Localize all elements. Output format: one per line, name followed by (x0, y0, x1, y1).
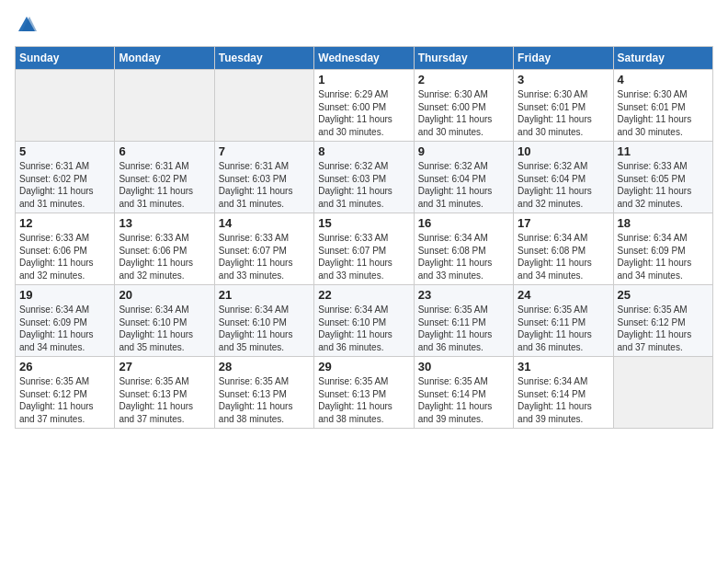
day-info: Sunrise: 6:35 AM Sunset: 6:13 PM Dayligh… (119, 375, 210, 425)
day-info: Sunrise: 6:35 AM Sunset: 6:13 PM Dayligh… (219, 375, 310, 425)
day-info: Sunrise: 6:33 AM Sunset: 6:05 PM Dayligh… (618, 160, 709, 210)
day-info: Sunrise: 6:34 AM Sunset: 6:14 PM Dayligh… (518, 375, 609, 425)
day-number: 7 (219, 144, 310, 158)
day-number: 18 (618, 216, 709, 230)
day-info: Sunrise: 6:30 AM Sunset: 6:00 PM Dayligh… (418, 88, 509, 138)
weekday-header-friday: Friday (514, 47, 613, 70)
day-number: 15 (318, 216, 409, 230)
day-number: 13 (119, 216, 210, 230)
calendar-cell: 9Sunrise: 6:32 AM Sunset: 6:04 PM Daylig… (414, 142, 513, 213)
day-number: 19 (19, 288, 110, 302)
calendar-cell: 4Sunrise: 6:30 AM Sunset: 6:01 PM Daylig… (613, 70, 712, 142)
calendar-cell: 2Sunrise: 6:30 AM Sunset: 6:00 PM Daylig… (414, 70, 513, 142)
day-number: 20 (119, 288, 210, 302)
calendar-header-row: SundayMondayTuesdayWednesdayThursdayFrid… (16, 47, 713, 70)
day-info: Sunrise: 6:34 AM Sunset: 6:10 PM Dayligh… (119, 304, 210, 353)
day-number: 2 (418, 73, 509, 86)
calendar-cell: 30Sunrise: 6:35 AM Sunset: 6:14 PM Dayli… (414, 357, 513, 429)
day-number: 1 (318, 73, 409, 86)
day-info: Sunrise: 6:32 AM Sunset: 6:03 PM Dayligh… (318, 160, 409, 210)
day-info: Sunrise: 6:30 AM Sunset: 6:01 PM Dayligh… (618, 88, 709, 138)
calendar-cell: 14Sunrise: 6:33 AM Sunset: 6:07 PM Dayli… (214, 213, 313, 285)
calendar-week-row: 12Sunrise: 6:33 AM Sunset: 6:06 PM Dayli… (16, 213, 713, 285)
calendar-cell: 21Sunrise: 6:34 AM Sunset: 6:10 PM Dayli… (214, 285, 313, 357)
day-number: 3 (518, 73, 609, 86)
day-number: 14 (219, 216, 310, 230)
calendar-cell: 15Sunrise: 6:33 AM Sunset: 6:07 PM Dayli… (314, 213, 414, 285)
calendar-week-row: 19Sunrise: 6:34 AM Sunset: 6:09 PM Dayli… (16, 285, 713, 357)
logo (15, 15, 37, 35)
day-info: Sunrise: 6:30 AM Sunset: 6:01 PM Dayligh… (518, 88, 609, 138)
weekday-header-monday: Monday (115, 47, 214, 70)
calendar-cell: 17Sunrise: 6:34 AM Sunset: 6:08 PM Dayli… (514, 213, 613, 285)
day-number: 24 (518, 288, 609, 302)
day-number: 17 (518, 216, 609, 230)
day-info: Sunrise: 6:34 AM Sunset: 6:09 PM Dayligh… (618, 232, 709, 282)
day-info: Sunrise: 6:32 AM Sunset: 6:04 PM Dayligh… (418, 160, 509, 210)
day-number: 12 (19, 216, 110, 230)
day-info: Sunrise: 6:29 AM Sunset: 6:00 PM Dayligh… (318, 88, 409, 138)
day-number: 27 (119, 360, 210, 373)
calendar-cell: 28Sunrise: 6:35 AM Sunset: 6:13 PM Dayli… (214, 357, 313, 429)
calendar-cell: 22Sunrise: 6:34 AM Sunset: 6:10 PM Dayli… (314, 285, 414, 357)
day-number: 10 (518, 144, 609, 158)
calendar-cell: 16Sunrise: 6:34 AM Sunset: 6:08 PM Dayli… (414, 213, 513, 285)
day-info: Sunrise: 6:33 AM Sunset: 6:07 PM Dayligh… (219, 232, 310, 282)
day-info: Sunrise: 6:35 AM Sunset: 6:11 PM Dayligh… (518, 304, 609, 353)
calendar-cell: 6Sunrise: 6:31 AM Sunset: 6:02 PM Daylig… (115, 142, 214, 213)
logo-icon (17, 15, 37, 35)
day-number: 11 (618, 144, 709, 158)
calendar-cell: 7Sunrise: 6:31 AM Sunset: 6:03 PM Daylig… (214, 142, 313, 213)
day-info: Sunrise: 6:33 AM Sunset: 6:07 PM Dayligh… (318, 232, 409, 282)
calendar-week-row: 1Sunrise: 6:29 AM Sunset: 6:00 PM Daylig… (16, 70, 713, 142)
day-info: Sunrise: 6:34 AM Sunset: 6:10 PM Dayligh… (318, 304, 409, 353)
calendar-cell: 25Sunrise: 6:35 AM Sunset: 6:12 PM Dayli… (613, 285, 712, 357)
calendar-cell: 26Sunrise: 6:35 AM Sunset: 6:12 PM Dayli… (16, 357, 115, 429)
day-number: 31 (518, 360, 609, 373)
day-info: Sunrise: 6:34 AM Sunset: 6:08 PM Dayligh… (418, 232, 509, 282)
day-number: 16 (418, 216, 509, 230)
day-info: Sunrise: 6:34 AM Sunset: 6:08 PM Dayligh… (518, 232, 609, 282)
day-number: 26 (19, 360, 110, 373)
day-info: Sunrise: 6:32 AM Sunset: 6:04 PM Dayligh… (518, 160, 609, 210)
weekday-header-thursday: Thursday (414, 47, 513, 70)
calendar-cell (214, 70, 313, 142)
day-info: Sunrise: 6:33 AM Sunset: 6:06 PM Dayligh… (19, 232, 110, 282)
calendar-cell: 3Sunrise: 6:30 AM Sunset: 6:01 PM Daylig… (514, 70, 613, 142)
day-info: Sunrise: 6:35 AM Sunset: 6:12 PM Dayligh… (618, 304, 709, 353)
weekday-header-tuesday: Tuesday (214, 47, 313, 70)
weekday-header-wednesday: Wednesday (314, 47, 414, 70)
calendar-week-row: 26Sunrise: 6:35 AM Sunset: 6:12 PM Dayli… (16, 357, 713, 429)
day-number: 22 (318, 288, 409, 302)
day-info: Sunrise: 6:35 AM Sunset: 6:12 PM Dayligh… (19, 375, 110, 425)
calendar-cell: 1Sunrise: 6:29 AM Sunset: 6:00 PM Daylig… (314, 70, 414, 142)
calendar-cell: 23Sunrise: 6:35 AM Sunset: 6:11 PM Dayli… (414, 285, 513, 357)
day-info: Sunrise: 6:33 AM Sunset: 6:06 PM Dayligh… (119, 232, 210, 282)
day-info: Sunrise: 6:31 AM Sunset: 6:02 PM Dayligh… (19, 160, 110, 210)
day-info: Sunrise: 6:34 AM Sunset: 6:09 PM Dayligh… (19, 304, 110, 353)
calendar-cell: 8Sunrise: 6:32 AM Sunset: 6:03 PM Daylig… (314, 142, 414, 213)
calendar-cell: 19Sunrise: 6:34 AM Sunset: 6:09 PM Dayli… (16, 285, 115, 357)
day-number: 5 (19, 144, 110, 158)
calendar-cell: 29Sunrise: 6:35 AM Sunset: 6:13 PM Dayli… (314, 357, 414, 429)
day-number: 29 (318, 360, 409, 373)
weekday-header-saturday: Saturday (613, 47, 712, 70)
day-info: Sunrise: 6:35 AM Sunset: 6:11 PM Dayligh… (418, 304, 509, 353)
calendar-cell: 12Sunrise: 6:33 AM Sunset: 6:06 PM Dayli… (16, 213, 115, 285)
day-number: 25 (618, 288, 709, 302)
day-number: 23 (418, 288, 509, 302)
calendar-cell: 5Sunrise: 6:31 AM Sunset: 6:02 PM Daylig… (16, 142, 115, 213)
day-info: Sunrise: 6:31 AM Sunset: 6:03 PM Dayligh… (219, 160, 310, 210)
page-header (15, 15, 713, 35)
day-number: 30 (418, 360, 509, 373)
weekday-header-sunday: Sunday (16, 47, 115, 70)
calendar-cell: 10Sunrise: 6:32 AM Sunset: 6:04 PM Dayli… (514, 142, 613, 213)
calendar-table: SundayMondayTuesdayWednesdayThursdayFrid… (15, 46, 713, 429)
calendar-cell: 20Sunrise: 6:34 AM Sunset: 6:10 PM Dayli… (115, 285, 214, 357)
day-info: Sunrise: 6:31 AM Sunset: 6:02 PM Dayligh… (119, 160, 210, 210)
calendar-week-row: 5Sunrise: 6:31 AM Sunset: 6:02 PM Daylig… (16, 142, 713, 213)
calendar-cell (16, 70, 115, 142)
calendar-cell: 18Sunrise: 6:34 AM Sunset: 6:09 PM Dayli… (613, 213, 712, 285)
day-number: 8 (318, 144, 409, 158)
day-info: Sunrise: 6:34 AM Sunset: 6:10 PM Dayligh… (219, 304, 310, 353)
